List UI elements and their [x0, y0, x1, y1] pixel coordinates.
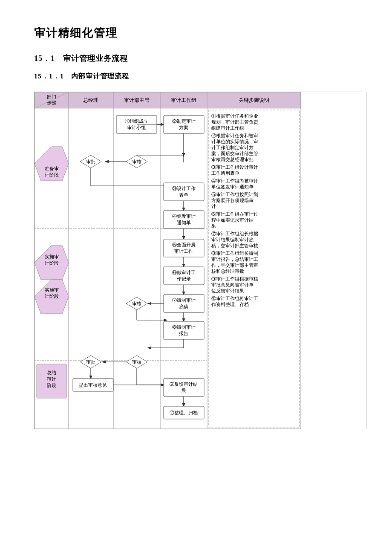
svg-text:⑧审计工作组组长编制: ⑧审计工作组组长编制 [211, 251, 258, 256]
svg-text:提出审核意见: 提出审核意见 [79, 382, 107, 387]
svg-text:计单位的实际情况，审: 计单位的实际情况，审 [211, 139, 258, 144]
svg-text:总经理: 总经理 [83, 97, 98, 103]
svg-text:审核: 审核 [132, 159, 141, 164]
svg-text:位反馈审计结果: 位反馈审计结果 [211, 288, 244, 293]
svg-text:计阶段: 计阶段 [45, 294, 59, 299]
svg-text:审核: 审核 [132, 301, 141, 306]
svg-text:底稿: 底稿 [179, 304, 188, 309]
svg-text:果: 果 [211, 224, 216, 228]
svg-text:作，呈交审计部主管审: 作，呈交审计部主管审 [211, 263, 258, 268]
svg-text:实施审: 实施审 [45, 254, 59, 259]
svg-text:审计工作: 审计工作 [174, 249, 193, 254]
section-title: 15．1 审计管理业务流程 [34, 53, 366, 64]
svg-text:准备审: 准备审 [45, 166, 59, 171]
svg-text:审计部主管: 审计部主管 [124, 97, 150, 103]
svg-text:阶段: 阶段 [47, 383, 56, 388]
svg-text:②制定审计: ②制定审计 [172, 119, 196, 124]
svg-text:表单: 表单 [179, 192, 188, 197]
svg-text:①组织成立: ①组织成立 [125, 119, 148, 124]
svg-text:工作所用表单: 工作所用表单 [211, 171, 239, 176]
svg-text:通知单: 通知单 [177, 220, 191, 225]
svg-text:⑥做审计工: ⑥做审计工 [172, 270, 196, 275]
svg-text:计阶段: 计阶段 [45, 172, 59, 177]
svg-text:审计报告，总结审计工: 审计报告，总结审计工 [211, 257, 258, 262]
subsection-title: 15．1．1 内部审计管理流程 [34, 72, 366, 81]
svg-text:作记录: 作记录 [176, 276, 191, 281]
svg-text:⑦审计工作组组长根据: ⑦审计工作组组长根据 [211, 231, 258, 236]
svg-text:作资料整理、存档: 作资料整理、存档 [211, 302, 249, 307]
svg-text:审计: 审计 [47, 376, 56, 382]
page-title: 审计精细化管理 [34, 26, 366, 40]
svg-text:计工作组制定审计方: 计工作组制定审计方 [211, 145, 254, 150]
svg-text:⑩整理、归档: ⑩整理、归档 [170, 410, 198, 415]
svg-text:③审计工作组设计审计: ③审计工作组设计审计 [211, 165, 258, 170]
svg-text:步骤: 步骤 [47, 100, 56, 105]
svg-text:⑨审计工作组根据审核: ⑨审计工作组根据审核 [211, 276, 258, 281]
svg-text:④签发审计: ④签发审计 [172, 214, 196, 219]
svg-text:规划，审计部主管负责: 规划，审计部主管负责 [211, 119, 258, 124]
svg-text:审核再交总经理审批: 审核再交总经理审批 [211, 157, 254, 162]
svg-text:审核: 审核 [132, 359, 141, 364]
svg-text:⑩审计工作组将审计工: ⑩审计工作组将审计工 [211, 296, 258, 301]
svg-text:④审计工作组向被审计: ④审计工作组向被审计 [211, 178, 258, 183]
svg-text:②根据审计任务和被审: ②根据审计任务和被审 [211, 133, 258, 138]
svg-text:审批: 审批 [86, 359, 95, 364]
svg-text:案，而后交审计部主管: 案，而后交审计部主管 [211, 151, 258, 156]
svg-text:审批意见向被审计单: 审批意见向被审计单 [211, 282, 254, 287]
svg-text:⑤审计工作组按照计划: ⑤审计工作组按照计划 [211, 192, 258, 197]
svg-text:组建审计工作组: 组建审计工作组 [211, 125, 244, 130]
svg-text:核和总经理审批: 核和总经理审批 [211, 269, 244, 274]
svg-text:审计结果编制审计底: 审计结果编制审计底 [211, 237, 254, 242]
svg-text:程中如实记录审计结: 程中如实记录审计结 [211, 217, 254, 223]
svg-text:计阶段: 计阶段 [45, 260, 59, 266]
svg-text:稿，交审计部主管审核: 稿，交审计部主管审核 [211, 243, 258, 248]
svg-text:单位签发审计通知单: 单位签发审计通知单 [211, 184, 254, 189]
svg-text:总结: 总结 [46, 370, 56, 375]
svg-text:计: 计 [211, 204, 216, 209]
svg-text:关键步骤说明: 关键步骤说明 [239, 97, 269, 103]
svg-text:⑧编制审计: ⑧编制审计 [172, 324, 196, 330]
svg-text:⑥审计工作组在审计过: ⑥审计工作组在审计过 [211, 211, 258, 217]
svg-text:方案: 方案 [179, 125, 188, 130]
svg-text:果: 果 [182, 388, 186, 393]
svg-text:方案展开各项现场审: 方案展开各项现场审 [211, 198, 254, 203]
svg-text:③设计工作: ③设计工作 [172, 186, 196, 191]
svg-text:审计小组: 审计小组 [127, 125, 146, 130]
svg-text:审批: 审批 [86, 159, 95, 164]
svg-text:报告: 报告 [179, 331, 188, 336]
svg-text:⑦编制审计: ⑦编制审计 [172, 298, 196, 303]
svg-text:实施审: 实施审 [45, 287, 59, 292]
svg-text:⑨反馈审计结: ⑨反馈审计结 [170, 382, 198, 387]
svg-text:审计工作组: 审计工作组 [171, 97, 196, 103]
flow-diagram: 部门 步骤 总经理 审计部主管 审计工作组 关键步骤说明 准备审 计阶段 实施审… [34, 92, 366, 429]
svg-text:⑤全面开展: ⑤全面开展 [172, 242, 196, 247]
svg-text:①根据审计任务和企业: ①根据审计任务和企业 [211, 113, 258, 119]
